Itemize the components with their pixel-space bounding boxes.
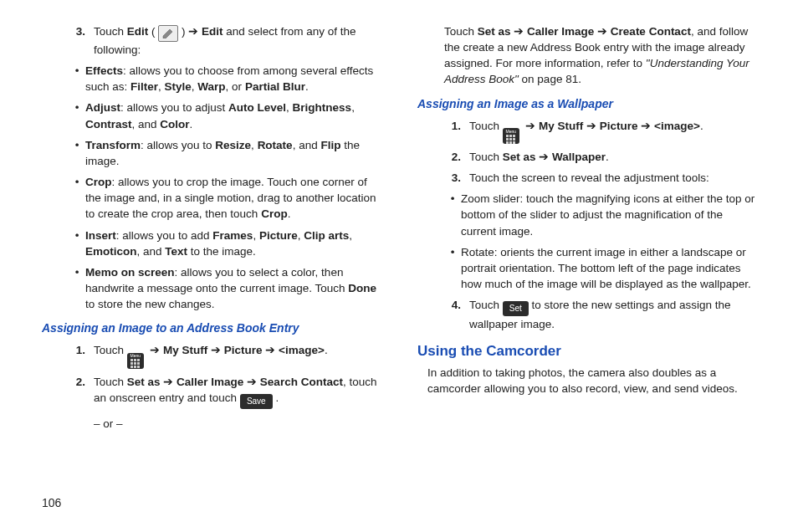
arrow: ➔ bbox=[586, 120, 596, 132]
text: Touch bbox=[444, 25, 478, 38]
text: to store the new changes. bbox=[85, 298, 215, 310]
label: Adjust bbox=[85, 101, 120, 114]
text: . bbox=[700, 120, 703, 132]
bullet-effects: • Effects: allows you to choose from amo… bbox=[74, 63, 381, 95]
right-column: Touch Set as ➔ Caller Image ➔ Create Con… bbox=[417, 23, 756, 437]
step-body: Touch the screen to reveal the adjustmen… bbox=[469, 170, 756, 186]
opt: Style bbox=[165, 80, 192, 93]
bullet-memo: • Memo on screen: allows you to select a… bbox=[74, 264, 381, 312]
opt: Crop bbox=[261, 207, 288, 220]
text: . bbox=[190, 118, 193, 130]
menu-icon-label: Menu bbox=[506, 130, 517, 134]
text: on page 81. bbox=[519, 73, 581, 85]
opt: Set as bbox=[503, 151, 540, 163]
edit-icon bbox=[158, 25, 178, 42]
step-number: 3. bbox=[69, 23, 85, 58]
arrow: ➔ bbox=[150, 344, 160, 356]
save-button-icon: Save bbox=[240, 394, 273, 409]
arrow: ➔ bbox=[525, 120, 535, 132]
bullet-body: Adjust: allows you to adjust Auto Level,… bbox=[85, 100, 381, 131]
opt: Set as bbox=[478, 25, 514, 38]
step-body: Touch Menu ➔ My Stuff ➔ Picture ➔ <image… bbox=[94, 342, 381, 369]
opt: Frames bbox=[212, 229, 253, 242]
bullet-dot: • bbox=[74, 100, 80, 131]
bullet-insert: • Insert: allows you to add Frames, Pict… bbox=[74, 228, 381, 259]
text: , and bbox=[137, 245, 166, 258]
step-number: 3. bbox=[444, 170, 461, 186]
heading-using-camcorder: Using the Camcorder bbox=[417, 341, 756, 361]
bullet-dot: • bbox=[74, 174, 80, 222]
arrow: ➔ bbox=[265, 344, 275, 356]
text: Touch bbox=[94, 344, 127, 356]
wallpaper-adjust-list: • Zoom slider: touch the magnifying icon… bbox=[449, 191, 756, 292]
bullet-dot: • bbox=[74, 137, 80, 169]
paren: ) bbox=[178, 25, 188, 38]
arrow: ➔ bbox=[514, 25, 524, 38]
opt: Clip arts bbox=[304, 229, 349, 242]
arrow: ➔ bbox=[641, 120, 651, 132]
bullet-body: Memo on screen: allows you to select a c… bbox=[85, 264, 381, 312]
opt: Color bbox=[160, 118, 189, 130]
opt: Filter bbox=[130, 80, 158, 93]
camcorder-paragraph: In addition to taking photos, the camera… bbox=[427, 365, 756, 396]
bullet-body: Zoom slider: touch the magnifying icons … bbox=[461, 191, 756, 238]
opt: Create Contact bbox=[607, 25, 691, 38]
arrow: ➔ bbox=[247, 376, 257, 388]
opt: Contrast bbox=[85, 118, 132, 130]
bullet-body: Transform: allows you to Resize, Rotate,… bbox=[85, 137, 381, 169]
opt: My Stuff bbox=[160, 344, 211, 356]
wp-step-2: 2. Touch Set as ➔ Wallpaper. bbox=[444, 149, 756, 165]
set-label: Set bbox=[509, 303, 522, 315]
menu-icon-label: Menu bbox=[130, 354, 141, 358]
step-body: Touch Set to store the new settings and … bbox=[469, 297, 756, 332]
opt: Warp bbox=[197, 80, 225, 93]
arrow: ➔ bbox=[188, 25, 198, 38]
step-body: Touch Menu ➔ My Stuff ➔ Picture ➔ <image… bbox=[469, 118, 756, 145]
arrow: ➔ bbox=[163, 376, 173, 388]
arrow: ➔ bbox=[211, 344, 221, 356]
text: . bbox=[606, 151, 609, 163]
arrow: ➔ bbox=[597, 25, 607, 38]
ab-step-2-continued: Touch Set as ➔ Caller Image ➔ Create Con… bbox=[444, 23, 756, 88]
text: : allows you to bbox=[141, 139, 215, 151]
edit-options-list: • Effects: allows you to choose from amo… bbox=[74, 63, 381, 312]
wp-step-1: 1. Touch Menu ➔ My Stuff ➔ Picture ➔ <im… bbox=[444, 118, 756, 145]
step-body: Touch Edit ( ) ➔ Edit and select from an… bbox=[94, 23, 381, 58]
heading-assign-address-book: Assigning an Image to an Address Book En… bbox=[42, 320, 381, 337]
opt: Text bbox=[165, 245, 187, 258]
text: Touch bbox=[469, 120, 503, 132]
arrow: ➔ bbox=[539, 151, 549, 163]
or-separator: – or – bbox=[94, 416, 381, 432]
step-body: Touch Set as ➔ Caller Image ➔ Search Con… bbox=[94, 374, 381, 432]
opt: Caller Image bbox=[524, 25, 597, 38]
text: . bbox=[305, 80, 309, 93]
opt: Done bbox=[348, 282, 376, 294]
opt: Wallpaper bbox=[549, 151, 606, 163]
bullet-dot: • bbox=[449, 191, 456, 238]
text: . bbox=[288, 207, 291, 220]
step-number: 1. bbox=[69, 342, 85, 369]
bullet-zoom: • Zoom slider: touch the magnifying icon… bbox=[449, 191, 756, 238]
opt: Auto Level bbox=[228, 101, 286, 114]
opt: Rotate bbox=[258, 139, 293, 151]
step-number: 1. bbox=[444, 118, 461, 145]
bullet-body: Effects: allows you to choose from among… bbox=[85, 63, 381, 95]
bullet-transform: • Transform: allows you to Resize, Rotat… bbox=[74, 137, 381, 169]
text: Touch bbox=[94, 25, 127, 38]
page-number: 106 bbox=[42, 495, 61, 512]
opt: Flip bbox=[320, 139, 340, 151]
opt: Picture bbox=[259, 229, 298, 242]
opt: My Stuff bbox=[535, 120, 586, 132]
text: to the image. bbox=[187, 245, 256, 258]
bullet-crop: • Crop: allows you to crop the image. To… bbox=[74, 174, 381, 222]
paren: ( bbox=[148, 25, 158, 38]
step-number: 2. bbox=[69, 374, 85, 432]
step-number: 4. bbox=[444, 297, 461, 332]
opt: Caller Image bbox=[173, 376, 247, 388]
opt: Picture bbox=[221, 344, 265, 356]
edit-label: Edit bbox=[127, 25, 149, 38]
bullet-body: Insert: allows you to add Frames, Pictur… bbox=[85, 228, 381, 259]
opt: Partial Blur bbox=[245, 80, 305, 93]
menu-icon: Menu bbox=[127, 353, 144, 369]
wp-step-3: 3. Touch the screen to reveal the adjust… bbox=[444, 170, 756, 186]
